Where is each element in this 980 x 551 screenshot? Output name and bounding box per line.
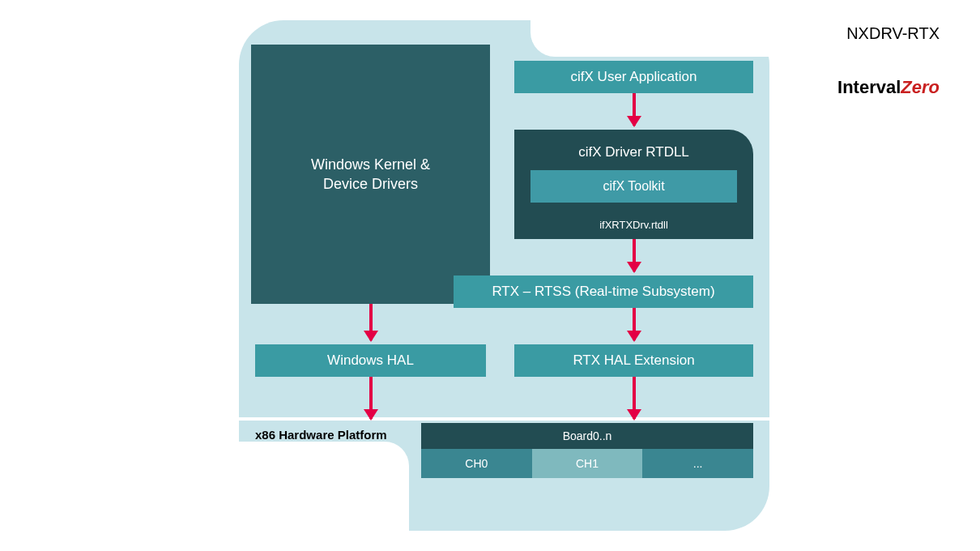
- board-ch1: CH1: [532, 449, 643, 478]
- board-title: Board0..n: [421, 423, 753, 449]
- page-title: NXDRV-RTX: [846, 24, 940, 43]
- arrow-rtss-to-rtxhal: [633, 308, 636, 340]
- driver-rtdll-box: cifX Driver RTDLL cifX Toolkit ifXRTXDrv…: [514, 130, 753, 239]
- rtx-rtss-box: RTX – RTSS (Real-time Subsystem): [454, 276, 753, 308]
- board-channels: CH0 CH1 ...: [421, 449, 753, 478]
- user-application-box: cifX User Application: [514, 61, 753, 93]
- kernel-line2: Device Drivers: [323, 176, 418, 192]
- board-chn: ...: [642, 449, 753, 478]
- kernel-line1: Windows Kernel &: [311, 156, 430, 173]
- board-box: Board0..n CH0 CH1 ...: [421, 423, 753, 478]
- brand-suffix: Zero: [901, 77, 940, 97]
- windows-kernel-box: Windows Kernel & Device Drivers: [251, 45, 490, 304]
- arrow-app-to-rtdll: [633, 93, 636, 126]
- rtx-hal-extension-box: RTX HAL Extension: [514, 344, 753, 377]
- cifx-toolkit-box: cifX Toolkit: [530, 170, 737, 203]
- brand-logo: IntervalZero: [837, 77, 940, 98]
- arrow-rtxhal-to-board: [633, 377, 636, 419]
- board-ch0: CH0: [421, 449, 532, 478]
- windows-hal-box: Windows HAL: [255, 344, 486, 377]
- rtdll-title: cifX Driver RTDLL: [514, 144, 753, 160]
- arrow-hal-to-board: [369, 377, 373, 419]
- hardware-platform-label: x86 Hardware Platform: [255, 428, 387, 442]
- brand-prefix: Interval: [837, 77, 901, 97]
- rtdll-file-label: ifXRTXDrv.rtdll: [514, 219, 753, 231]
- arrow-kernel-to-hal: [369, 304, 373, 340]
- hw-separator: [239, 417, 769, 421]
- arrow-rtdll-to-rtss: [633, 239, 636, 271]
